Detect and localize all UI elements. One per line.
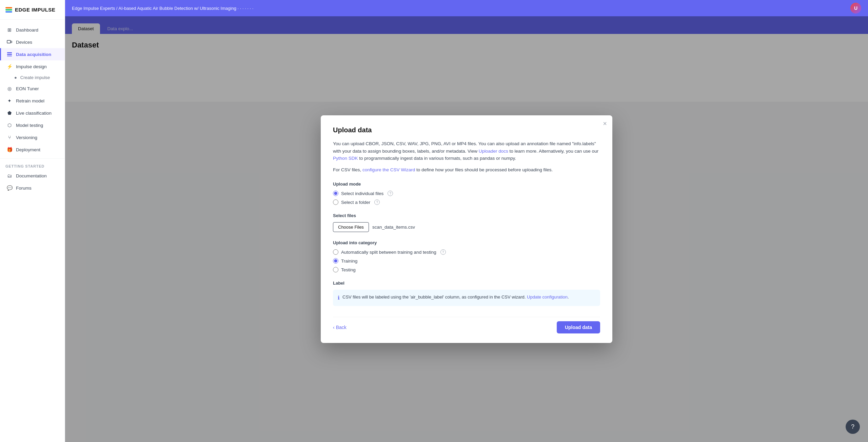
svg-rect-0: [7, 40, 11, 43]
svg-rect-2: [7, 52, 12, 53]
sidebar-item-data-acquisition[interactable]: Data acquisition: [0, 48, 65, 60]
csv-note-prefix: For CSV files,: [333, 167, 362, 172]
logo-text: EDGE IMPULSE: [15, 7, 55, 13]
sidebar-item-documentation[interactable]: 🗂 Documentation: [0, 170, 65, 182]
create-impulse-icon: ●: [14, 75, 17, 80]
top-bar-title: Edge Impulse Experts / AI-based Aquatic …: [72, 6, 253, 11]
radio-auto-split[interactable]: Automatically split between training and…: [333, 249, 600, 255]
sidebar-item-create-impulse[interactable]: ● Create impulse: [0, 73, 65, 82]
help-fab-button[interactable]: ?: [846, 420, 860, 434]
help-icon: ?: [851, 423, 854, 430]
sidebar-item-versioning[interactable]: ⑂ Versioning: [0, 131, 65, 143]
individual-help-icon[interactable]: ?: [388, 191, 393, 196]
csv-note-suffix: to define how your files should be proce…: [415, 167, 553, 172]
sidebar-item-dashboard[interactable]: ⊞ Dashboard: [0, 24, 65, 36]
modal-overlay: × Upload data You can upload CBOR, JSON,…: [65, 16, 868, 442]
radio-testing-input[interactable]: [333, 267, 338, 272]
radio-training[interactable]: Training: [333, 258, 600, 264]
python-sdk-link[interactable]: Python SDK: [333, 156, 358, 161]
versioning-icon: ⑂: [6, 134, 13, 140]
deployment-icon: 🎁: [6, 147, 13, 153]
getting-started-label: GETTING STARTED: [0, 161, 65, 170]
modal-desc-text-2: to learn more. Alternatively, you can us…: [508, 149, 598, 154]
sidebar-item-model-testing[interactable]: ⬡ Model testing: [0, 119, 65, 131]
sidebar-item-label: Create impulse: [20, 75, 50, 80]
radio-training-input[interactable]: [333, 258, 338, 264]
live-classification-icon: ⬟: [6, 110, 13, 116]
data-acquisition-icon: [6, 51, 13, 57]
upload-data-button[interactable]: Upload data: [557, 321, 600, 333]
folder-help-icon[interactable]: ?: [374, 199, 380, 205]
radio-folder-input[interactable]: [333, 199, 338, 205]
sidebar-item-label: Forums: [16, 186, 32, 191]
sidebar-item-label: Dashboard: [16, 27, 38, 33]
radio-auto-split-input[interactable]: [333, 249, 338, 255]
update-config-suffix: .: [568, 294, 569, 300]
sidebar-item-devices[interactable]: Devices: [0, 36, 65, 48]
upload-modal: × Upload data You can upload CBOR, JSON,…: [321, 115, 612, 343]
selected-file-name: scan_data_items.csv: [372, 225, 415, 230]
top-bar: Edge Impulse Experts / AI-based Aquatic …: [65, 0, 868, 16]
logo-icon: [5, 7, 12, 13]
radio-auto-split-label: Automatically split between training and…: [341, 250, 436, 255]
sidebar-item-label: EON Tuner: [16, 86, 39, 91]
sidebar-item-label: Live classification: [16, 111, 52, 116]
label-section-label: Label: [333, 281, 600, 286]
modal-desc-text-3: to programmatically ingest data in vario…: [358, 156, 516, 161]
modal-close-button[interactable]: ×: [603, 120, 607, 127]
uploader-docs-link[interactable]: Uploader docs: [479, 149, 508, 154]
sidebar-item-label: Deployment: [16, 147, 40, 152]
radio-training-label: Training: [341, 258, 357, 264]
upload-mode-label: Upload mode: [333, 181, 600, 187]
sidebar-nav: ⊞ Dashboard Devices Data acquisition ⚡ I…: [0, 20, 65, 442]
avatar[interactable]: U: [850, 3, 861, 14]
radio-individual-label: Select individual files: [341, 191, 383, 196]
sidebar-item-deployment[interactable]: 🎁 Deployment: [0, 143, 65, 156]
devices-icon: [6, 39, 13, 45]
top-bar-right: U: [850, 3, 861, 14]
sidebar-item-label: Impulse design: [16, 64, 47, 69]
svg-rect-1: [11, 41, 12, 43]
modal-footer: ‹ Back Upload data: [333, 317, 600, 333]
sidebar-item-forums[interactable]: 💬 Forums: [0, 182, 65, 194]
sidebar-divider: [0, 158, 65, 159]
retrain-model-icon: ✦: [6, 98, 13, 104]
select-files-label: Select files: [333, 213, 600, 218]
radio-testing[interactable]: Testing: [333, 267, 600, 272]
logo-bar-green: [5, 9, 12, 11]
radio-testing-label: Testing: [341, 267, 356, 272]
modal-csv-note: For CSV files, configure the CSV Wizard …: [333, 166, 600, 174]
back-arrow-icon: ‹: [333, 325, 335, 330]
sidebar-item-label: Versioning: [16, 135, 37, 140]
sidebar-item-retrain-model[interactable]: ✦ Retrain model: [0, 95, 65, 107]
back-label: Back: [336, 325, 347, 330]
sidebar-item-label: Data acquisition: [16, 52, 51, 57]
back-button[interactable]: ‹ Back: [333, 325, 347, 330]
choose-files-button[interactable]: Choose Files: [333, 222, 369, 232]
logo-bar-orange: [5, 7, 12, 8]
sidebar-item-eon-tuner[interactable]: ◎ EON Tuner: [0, 82, 65, 95]
radio-folder[interactable]: Select a folder ?: [333, 199, 600, 205]
eon-tuner-icon: ◎: [6, 85, 13, 92]
category-radio-group: Automatically split between training and…: [333, 249, 600, 272]
label-section: Label ℹ CSV files will be labeled using …: [333, 281, 600, 306]
svg-rect-3: [7, 54, 12, 55]
sidebar: EDGE IMPULSE ⊞ Dashboard Devices Data ac…: [0, 0, 65, 442]
impulse-design-icon: ⚡: [6, 63, 13, 70]
radio-individual-input[interactable]: [333, 191, 338, 196]
sidebar-item-label: Model testing: [16, 123, 43, 128]
sidebar-item-live-classification[interactable]: ⬟ Live classification: [0, 107, 65, 119]
auto-split-help-icon[interactable]: ?: [440, 249, 446, 255]
update-config-link[interactable]: Update configuration: [527, 294, 568, 300]
csv-wizard-link[interactable]: configure the CSV Wizard: [362, 167, 415, 172]
modal-description: You can upload CBOR, JSON, CSV, WAV, JPG…: [333, 140, 600, 162]
info-icon: ℹ: [338, 294, 340, 302]
label-info-main: CSV files will be labeled using the 'air…: [342, 294, 527, 300]
main-content: Edge Impulse Experts / AI-based Aquatic …: [65, 0, 868, 442]
label-info-box: ℹ CSV files will be labeled using the 'a…: [333, 290, 600, 306]
model-testing-icon: ⬡: [6, 122, 13, 128]
page-area: Dataset Data explo... Dataset × Upload d…: [65, 16, 868, 442]
radio-individual-files[interactable]: Select individual files ?: [333, 191, 600, 196]
sidebar-item-impulse-design[interactable]: ⚡ Impulse design: [0, 60, 65, 73]
upload-category-label: Upload into category: [333, 240, 600, 245]
